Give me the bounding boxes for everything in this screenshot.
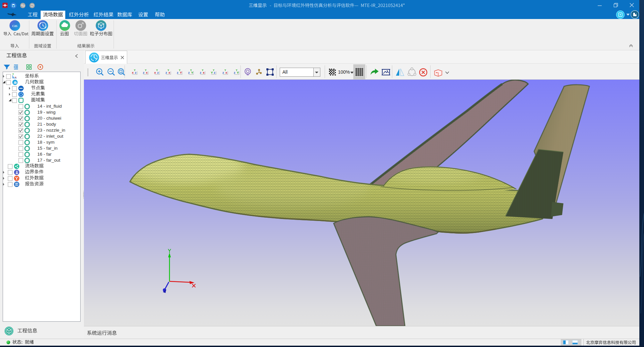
svg-text:Y: Y (156, 69, 158, 72)
svg-text:Y: Y (213, 69, 214, 72)
svg-text:Y: Y (190, 69, 192, 72)
svg-text:z: z (143, 71, 145, 74)
svg-text:z: z (177, 71, 178, 74)
svg-text:z: z (165, 71, 167, 74)
svg-text:Y: Y (224, 69, 226, 72)
svg-text:Y: Y (12, 73, 14, 75)
svg-text:Y: Y (167, 69, 169, 72)
svg-text:z: z (200, 71, 201, 74)
svg-text:Y: Y (134, 69, 136, 72)
svg-text:Y: Y (236, 69, 237, 72)
svg-text:Y: Y (202, 69, 203, 72)
svg-text:cas: cas (12, 23, 18, 28)
svg-text:x: x (15, 76, 16, 78)
svg-text:Y: Y (179, 69, 180, 72)
svg-text:Y: Y (145, 69, 147, 72)
svg-text:z: z (188, 71, 190, 74)
svg-text:z: z (234, 71, 235, 74)
svg-text:z: z (13, 76, 14, 78)
svg-text:z: z (222, 71, 224, 74)
